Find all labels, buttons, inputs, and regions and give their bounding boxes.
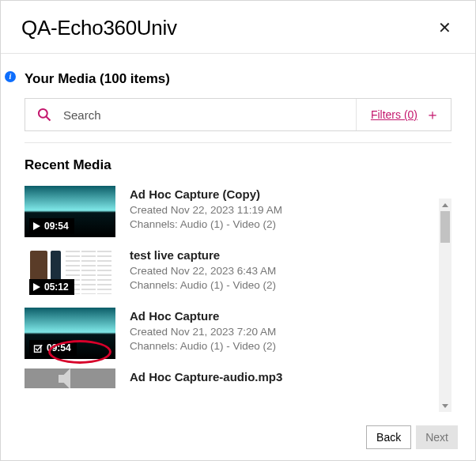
media-item[interactable]: 09:54 Ad Hoc Capture Created Nov 21, 202… <box>25 308 440 359</box>
play-icon <box>33 222 40 230</box>
scrollbar-thumb[interactable] <box>440 211 450 243</box>
duration-text: 09:54 <box>44 221 69 232</box>
search-box <box>25 99 356 130</box>
dialog-title: QA-Echo360Univ <box>21 16 177 40</box>
media-channels: Channels: Audio (1) - Video (2) <box>130 339 440 353</box>
media-title: Ad Hoc Capture <box>130 309 440 323</box>
dialog-header: QA-Echo360Univ ✕ <box>1 1 475 53</box>
duration-badge: 09:54 <box>29 218 74 234</box>
media-meta: Ad Hoc Capture Created Nov 21, 2023 7:20… <box>130 308 440 353</box>
media-thumbnail: 09:54 <box>25 186 115 237</box>
media-title: Ad Hoc Capture (Copy) <box>130 187 440 201</box>
media-item[interactable]: 05:12 test live capture Created Nov 22, … <box>25 247 440 298</box>
svg-point-0 <box>39 109 47 118</box>
media-picker-dialog: QA-Echo360Univ ✕ i Your Media (100 items… <box>0 0 476 461</box>
media-meta: Ad Hoc Capture-audio.mp3 <box>130 368 440 386</box>
search-input[interactable] <box>63 108 345 122</box>
media-thumbnail: 09:54 <box>25 308 115 359</box>
close-icon[interactable]: ✕ <box>435 15 455 40</box>
media-created: Created Nov 22, 2023 11:19 AM <box>130 203 440 217</box>
scroll-down-button[interactable] <box>439 399 451 412</box>
media-title: Ad Hoc Capture-audio.mp3 <box>130 370 440 384</box>
media-meta: test live capture Created Nov 22, 2023 6… <box>130 247 440 293</box>
your-media-heading: Your Media (100 items) <box>25 71 451 87</box>
media-thumbnail: 05:12 <box>25 247 115 298</box>
recent-media-heading: Recent Media <box>25 157 451 173</box>
media-created: Created Nov 22, 2023 6:43 AM <box>130 264 440 278</box>
media-item[interactable]: Ad Hoc Capture-audio.mp3 <box>25 368 440 388</box>
play-icon <box>33 283 40 291</box>
media-title: test live capture <box>130 248 440 262</box>
next-button[interactable]: Next <box>416 425 458 449</box>
media-channels: Channels: Audio (1) - Video (2) <box>130 278 440 293</box>
duration-text: 09:54 <box>47 342 71 353</box>
scroll-up-button[interactable] <box>439 198 451 211</box>
scrollbar[interactable] <box>439 198 451 412</box>
back-button[interactable]: Back <box>366 425 411 449</box>
media-thumbnail <box>25 368 115 388</box>
search-filters-bar: Filters (0) ＋ <box>25 98 451 131</box>
chevron-up-icon <box>442 203 448 207</box>
media-meta: Ad Hoc Capture (Copy) Created Nov 22, 20… <box>130 186 440 232</box>
media-item[interactable]: 09:54 Ad Hoc Capture (Copy) Created Nov … <box>25 186 440 237</box>
filters-button[interactable]: Filters (0) ＋ <box>356 99 451 130</box>
duration-text: 05:12 <box>44 282 69 293</box>
media-channels: Channels: Audio (1) - Video (2) <box>130 217 440 232</box>
audio-icon <box>55 368 86 388</box>
dialog-footer: Back Next <box>1 414 475 460</box>
duration-badge: 05:12 <box>29 279 74 295</box>
filters-label: Filters (0) <box>371 108 417 121</box>
chevron-down-icon <box>442 404 448 408</box>
media-created: Created Nov 21, 2023 7:20 AM <box>130 325 440 339</box>
dialog-body: i Your Media (100 items) Filters (0) ＋ R… <box>1 54 475 399</box>
plus-icon: ＋ <box>425 108 440 122</box>
divider <box>25 142 451 143</box>
checkbox-icon <box>33 343 43 353</box>
duration-badge: 09:54 <box>29 340 77 356</box>
svg-line-1 <box>47 117 51 121</box>
search-icon <box>36 107 52 123</box>
media-list: 09:54 Ad Hoc Capture (Copy) Created Nov … <box>25 186 451 399</box>
info-icon[interactable]: i <box>5 71 16 82</box>
